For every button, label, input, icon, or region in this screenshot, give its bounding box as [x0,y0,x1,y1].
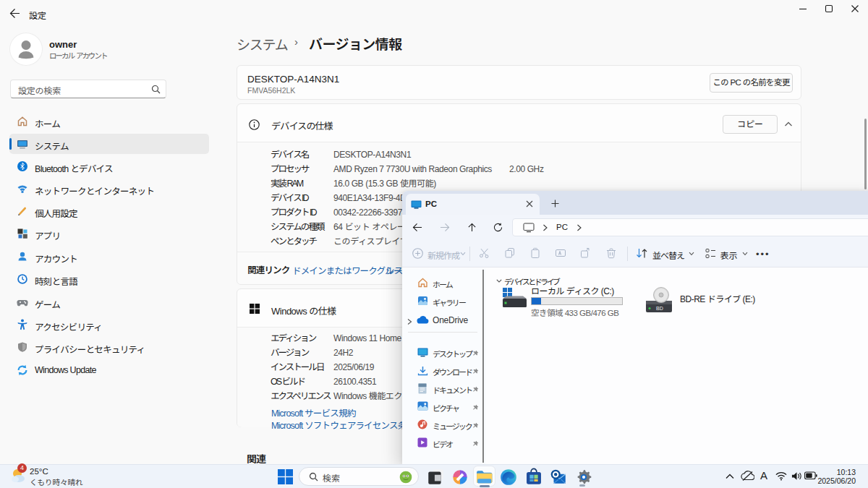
svg-text:BD: BD [656,306,663,311]
